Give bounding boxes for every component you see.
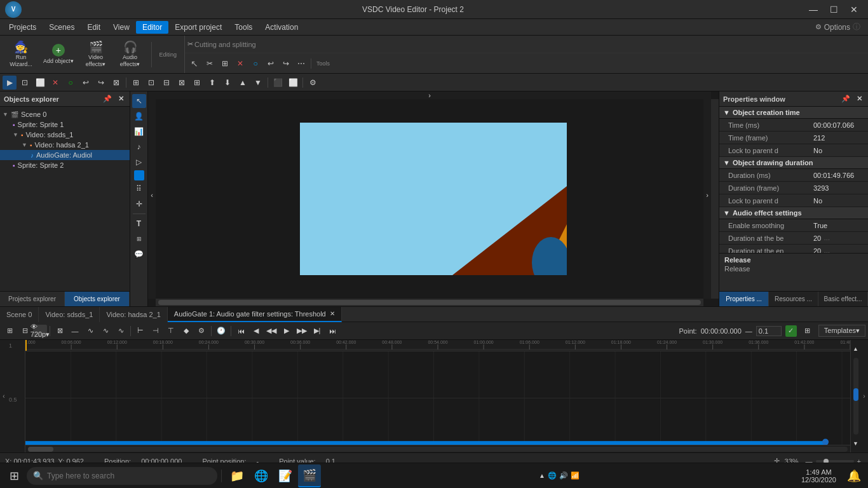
tb2-btn18[interactable]: ⬛ [271, 76, 285, 90]
tl-curve2-btn[interactable]: ∿ [98, 325, 112, 337]
tl-insert-btn[interactable]: ⊞ [3, 325, 17, 337]
tb2-btn14[interactable]: ⬆ [205, 76, 219, 90]
prop-duration-begin[interactable]: Duration at the be 20 … [719, 232, 868, 245]
pin-panel-btn[interactable]: 📌 [101, 94, 114, 104]
prop-enable-smoothing[interactable]: Enable smoothing True [719, 219, 868, 232]
tl-align-right-btn[interactable]: ⊤ [164, 325, 178, 337]
side-tool-T[interactable]: T [132, 217, 146, 231]
tl-forward-btn[interactable]: ▶▶ [295, 325, 309, 337]
menu-settings-icon[interactable]: ⚙ [815, 23, 822, 31]
timeline-scroll-track[interactable] [28, 447, 848, 452]
tab-properties[interactable]: Properties ... [719, 292, 769, 306]
section-drawing-duration-header[interactable]: ▼ Object drawing duration [719, 157, 868, 169]
tab-resources[interactable]: Resources ... [769, 292, 818, 306]
prop-duration-end[interactable]: Duration at the en 20 … [719, 245, 868, 253]
prop-lock-parent-2[interactable]: Lock to parent d No [719, 194, 868, 207]
tray-speaker-icon[interactable]: 🔊 [559, 471, 568, 480]
tl-clock-btn[interactable]: 🕐 [214, 325, 228, 337]
side-tool-grid[interactable]: ⊞ [132, 232, 146, 246]
video-effects-button[interactable]: 🎬 Videoeffects▾ [80, 39, 112, 71]
prop-duration-ms[interactable]: Duration (ms) 00:01:49.766 [719, 169, 868, 182]
tl-vscroll-thumb[interactable] [853, 388, 858, 401]
tree-item-sprite2[interactable]: ▪ Sprite: Sprite 2 [0, 160, 130, 170]
tb2-btn12[interactable]: ⊠ [175, 76, 189, 90]
tree-item-scene0[interactable]: ▼ 🎬 Scene 0 [0, 109, 130, 119]
side-tool-bubble[interactable]: 💬 [132, 247, 146, 261]
tb2-btn3[interactable]: ⬜ [33, 76, 47, 90]
audiogate-tab-close[interactable]: ✕ [330, 310, 335, 317]
prop-lock-parent-1[interactable]: Lock to parent d No [719, 144, 868, 157]
tb2-btn19[interactable]: ⬜ [286, 76, 300, 90]
side-tool-move[interactable]: ✛ [132, 197, 146, 211]
minimize-button[interactable]: — [804, 3, 822, 16]
pin-props-btn[interactable]: 📌 [839, 94, 852, 104]
playhead[interactable] [25, 340, 27, 351]
menu-item-export-project[interactable]: Export project [168, 21, 228, 34]
tl-expand-btn[interactable]: ⊞ [801, 325, 815, 337]
tb2-btn5[interactable]: ○ [64, 76, 78, 90]
tab-video-hadsa2[interactable]: Video: hadsa 2_1 [100, 307, 167, 322]
menu-item-scenes[interactable]: Scenes [43, 21, 81, 34]
side-tool-arrow[interactable]: ↖ [132, 94, 146, 108]
tb2-btn4[interactable]: ✕ [48, 76, 62, 90]
more-end[interactable]: … [824, 247, 830, 253]
menu-item-edit[interactable]: Edit [81, 21, 107, 34]
tree-item-video1[interactable]: ▼ ▪ Video: sdsds_1 [0, 130, 130, 140]
tl-skip-begin-btn[interactable]: ⏮ [234, 325, 248, 337]
menu-item-projects[interactable]: Projects [3, 21, 43, 34]
tl-skip-end-btn[interactable]: ⏭ [325, 325, 339, 337]
tb2-btn8[interactable]: ⊠ [109, 76, 123, 90]
tl-settings2-btn[interactable]: ⚙ [194, 325, 208, 337]
tab-objects-explorer[interactable]: Objects explorer [65, 292, 130, 306]
trim-tool[interactable]: ⊞ [218, 57, 232, 71]
undo-tool[interactable]: ↩ [264, 57, 278, 71]
run-wizard-button[interactable]: 🧙 RunWizard... [5, 39, 37, 71]
collapse-drawing-duration[interactable]: ▼ [723, 159, 730, 166]
tb2-btn9[interactable]: ⊞ [129, 76, 143, 90]
tl-speed-btn[interactable]: — [68, 325, 82, 337]
split-tool[interactable]: ✕ [233, 57, 247, 71]
timeline-content[interactable] [25, 351, 850, 445]
add-object-button[interactable]: + Add object▾ [39, 41, 78, 67]
tl-curve1-btn[interactable]: ∿ [83, 325, 97, 337]
taskbar-vsdc-btn[interactable]: 🎬 [298, 464, 321, 487]
section-creation-time-header[interactable]: ▼ Object creation time [719, 107, 868, 119]
redo-tool[interactable]: ↪ [279, 57, 293, 71]
canvas-scroll-right[interactable]: › [703, 92, 711, 299]
tl-point-value-input[interactable] [756, 326, 782, 336]
taskbar-search-box[interactable]: 🔍 [27, 467, 217, 485]
collapse-audio-effect[interactable]: ▼ [723, 209, 730, 217]
tb2-settings-btn[interactable]: ⚙ [306, 76, 320, 90]
canvas-hscrollbar[interactable] [156, 299, 703, 306]
tl-next-btn[interactable]: ▶| [310, 325, 324, 337]
tl-vscroll-track[interactable] [853, 358, 858, 435]
canvas-scroll-top[interactable]: › [156, 92, 703, 99]
tb2-btn6[interactable]: ↩ [79, 76, 93, 90]
tree-item-video2[interactable]: ▼ ▪ Video: hadsa 2_1 [0, 140, 130, 150]
more-begin[interactable]: … [824, 234, 830, 241]
tl-curve3-btn[interactable]: ∿ [114, 325, 128, 337]
more-tool[interactable]: ⋯ [294, 57, 308, 71]
taskbar-chrome-btn[interactable]: 🌐 [250, 464, 273, 487]
close-panel-btn[interactable]: ✕ [116, 94, 126, 104]
tl-templates-btn[interactable]: Templates▾ [818, 325, 865, 337]
tb2-btn16[interactable]: ▲ [236, 76, 250, 90]
collapse-creation-time[interactable]: ▼ [723, 109, 730, 116]
canvas-hscroll-thumb[interactable] [158, 300, 701, 305]
menu-item-view[interactable]: View [107, 21, 136, 34]
tb2-btn17[interactable]: ▼ [251, 76, 265, 90]
taskbar-clock[interactable]: 1:49 AM 12/30/2020 [796, 468, 841, 484]
section-audio-effect-header[interactable]: ▼ Audio effect settings [719, 207, 868, 219]
tl-layout-btn[interactable]: ⊠ [53, 325, 67, 337]
side-tool-chart[interactable]: 📊 [132, 125, 146, 139]
taskbar-word-btn[interactable]: 📝 [274, 464, 297, 487]
tb2-btn7[interactable]: ↪ [94, 76, 108, 90]
close-button[interactable]: ✕ [845, 3, 863, 16]
prop-time-frame[interactable]: Time (frame) 212 [719, 132, 868, 144]
tb2-btn15[interactable]: ⬇ [220, 76, 234, 90]
expand-video1[interactable]: ▼ [13, 132, 18, 138]
tree-item-sprite1[interactable]: ▪ Sprite: Sprite 1 [0, 119, 130, 130]
taskbar-explorer-btn[interactable]: 📁 [226, 464, 248, 487]
tree-item-audio1[interactable]: ♪ AudioGate: Audiol [0, 150, 130, 160]
tl-confirm-btn[interactable]: ✓ [785, 325, 797, 337]
